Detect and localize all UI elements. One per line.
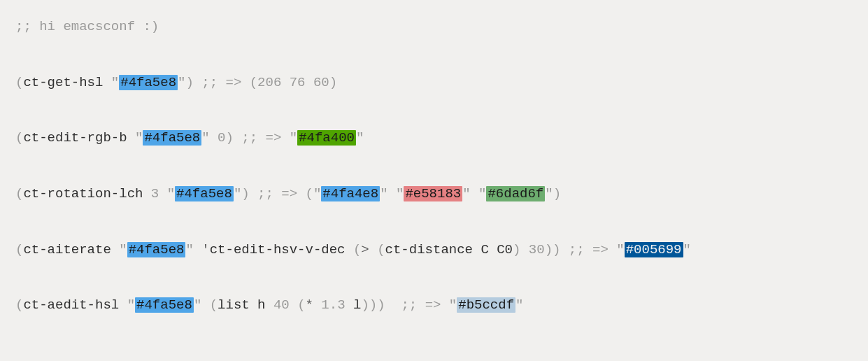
variable: C xyxy=(481,242,488,257)
comment: ;; => xyxy=(569,242,616,257)
string-quote: " xyxy=(185,242,193,257)
space xyxy=(346,297,353,313)
string-quote: " xyxy=(290,130,297,146)
space xyxy=(471,186,478,201)
string-quote: " xyxy=(462,186,470,201)
code-line-5: (ct-aiterate "#4fa5e8" 'ct-edit-hsv-v-de… xyxy=(15,241,853,259)
string-quote: " xyxy=(234,186,241,201)
color-swatch: #4fa400 xyxy=(297,130,356,146)
color-swatch: #4fa5e8 xyxy=(143,130,201,146)
symbol: ct-edit-hsv-v-dec xyxy=(210,242,346,257)
space xyxy=(250,297,257,313)
paren-open: ( xyxy=(15,75,23,90)
string-quote: " xyxy=(396,186,404,201)
space xyxy=(201,297,209,313)
space xyxy=(143,186,150,201)
string-quote: " xyxy=(201,130,209,146)
space xyxy=(385,297,401,313)
function-name: list xyxy=(218,297,250,313)
comment: ) xyxy=(553,186,561,201)
string-quote: " xyxy=(135,130,143,146)
string-quote: " xyxy=(545,186,553,201)
function-name: ct-aiterate xyxy=(23,242,111,257)
variable: h xyxy=(257,297,265,313)
operator: > xyxy=(361,242,369,257)
code-line-1: ;; hi emacsconf :) xyxy=(15,18,853,36)
variable: l xyxy=(353,297,361,313)
space xyxy=(250,186,257,201)
string-quote: " xyxy=(194,297,201,313)
space xyxy=(473,242,481,257)
function-name: ct-edit-rgb-b xyxy=(23,130,127,146)
string-quote: " xyxy=(111,75,119,90)
space xyxy=(560,242,568,257)
number-literal: 3 xyxy=(151,186,159,201)
quote-tick: ' xyxy=(201,242,209,257)
paren-open: ( xyxy=(353,242,361,257)
paren-open: ( xyxy=(15,186,23,201)
color-swatch: #4fa4e8 xyxy=(321,186,380,201)
paren-close: ) xyxy=(226,130,234,146)
space xyxy=(346,242,353,257)
variable: C0 xyxy=(497,242,513,257)
function-name: ct-get-hsl xyxy=(23,75,103,90)
string-quote: " xyxy=(167,186,175,201)
code-line-6: (ct-aedit-hsl "#4fa5e8" (list h 40 (* 1.… xyxy=(15,297,853,314)
string-quote: " xyxy=(515,297,523,313)
comment: ;; => (206 76 60) xyxy=(201,75,337,90)
paren-open: ( xyxy=(210,297,218,313)
number-literal: 1.3 xyxy=(321,297,345,313)
paren-open: ( xyxy=(15,242,23,257)
space xyxy=(159,186,166,201)
function-name: ct-rotation-lch xyxy=(23,186,143,201)
space xyxy=(369,242,377,257)
string-quote: " xyxy=(119,242,127,257)
code-line-4: (ct-rotation-lch 3 "#4fa5e8") ;; => ("#4… xyxy=(15,185,853,203)
paren-open: ( xyxy=(377,242,385,257)
space xyxy=(103,75,111,90)
paren-open: ( xyxy=(15,297,23,313)
string-quote: " xyxy=(356,130,364,146)
string-quote: " xyxy=(380,186,387,201)
space xyxy=(520,242,528,257)
color-swatch: #e58183 xyxy=(404,186,462,201)
paren-close: )) xyxy=(545,242,561,257)
function-name: ct-distance xyxy=(385,242,473,257)
color-swatch: #4fa5e8 xyxy=(135,297,194,313)
space xyxy=(489,242,497,257)
function-name: ct-aedit-hsl xyxy=(23,297,119,313)
color-swatch: #005699 xyxy=(625,242,683,257)
space xyxy=(194,75,201,90)
space xyxy=(127,130,135,146)
operator: * xyxy=(306,297,313,313)
paren-open: ( xyxy=(297,297,305,313)
space xyxy=(119,297,127,313)
code-line-3: (ct-edit-rgb-b "#4fa5e8" 0) ;; => "#4fa4… xyxy=(15,129,853,147)
color-swatch: #6dad6f xyxy=(486,186,545,201)
string-quote: " xyxy=(127,297,135,313)
string-quote: " xyxy=(449,297,457,313)
space xyxy=(210,130,218,146)
comment: ;; => xyxy=(241,130,289,146)
space xyxy=(194,242,201,257)
paren-close: ) xyxy=(241,186,249,201)
space xyxy=(388,186,396,201)
color-swatch: #4fa5e8 xyxy=(119,75,178,90)
code-block: ;; hi emacsconf :) (ct-get-hsl "#4fa5e8"… xyxy=(0,0,868,332)
color-swatch: #4fa5e8 xyxy=(175,186,234,201)
space xyxy=(313,297,321,313)
paren-close: ))) xyxy=(361,297,385,313)
space xyxy=(290,297,297,313)
space xyxy=(111,242,119,257)
string-quote: " xyxy=(178,75,185,90)
number-literal: 40 xyxy=(273,297,290,313)
space xyxy=(234,130,241,146)
string-quote: " xyxy=(683,242,691,257)
number-literal: 30 xyxy=(529,242,545,257)
paren-close: ) xyxy=(185,75,193,90)
comment: ;; hi emacsconf :) xyxy=(15,19,159,34)
comment: ;; => xyxy=(401,297,448,313)
code-line-2: (ct-get-hsl "#4fa5e8") ;; => (206 76 60) xyxy=(15,74,853,92)
color-swatch: #4fa5e8 xyxy=(127,242,186,257)
string-quote: " xyxy=(313,186,321,201)
